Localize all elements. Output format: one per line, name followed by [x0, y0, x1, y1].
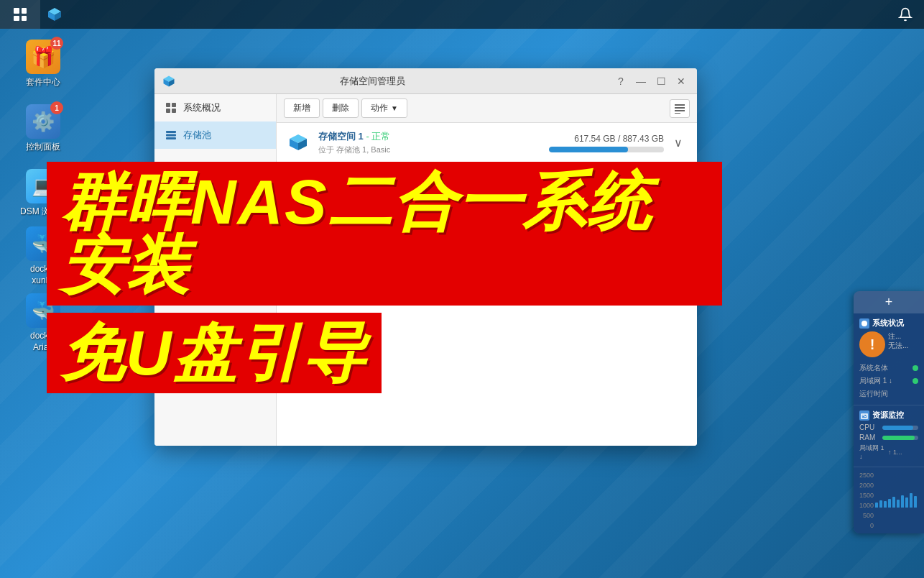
banner-line-1: 群晖NAS二合一系统安装 [47, 162, 722, 306]
volume-1-progress-bg [549, 147, 664, 152]
svg-rect-9 [172, 109, 176, 113]
grid-icon [14, 8, 27, 21]
action-button[interactable]: 动作 ▼ [361, 98, 407, 118]
resource-row-cpu: CPU [859, 423, 918, 431]
overview-icon [165, 101, 177, 114]
ram-bar-bg [882, 436, 918, 440]
storage-pool-icon [165, 129, 177, 142]
volume-1-progress-fill [549, 147, 628, 152]
cpu-bar-bg [882, 426, 918, 430]
volume-1-expand-button[interactable]: ∨ [670, 134, 687, 152]
widget-add-button[interactable]: + [854, 291, 924, 313]
widget-panel: + 系统状况 ! 注... 无法... 系统名体 局域网 1 ↓ [854, 291, 924, 533]
ram-label: RAM [859, 434, 879, 441]
svg-rect-14 [675, 107, 685, 109]
window-titlebar: 存储空间管理员 ? — ☐ ✕ [154, 68, 697, 94]
package-center-label: 套件中心 [26, 77, 60, 88]
svg-rect-7 [172, 103, 176, 107]
banner-text-1: 群晖NAS二合一系统安装 [61, 170, 708, 297]
alert-icon: ! [859, 331, 885, 357]
chart-container: 2500 2000 1500 1000 500 0 [859, 472, 918, 529]
status-dot-lan [913, 378, 918, 384]
sidebar-item-storage-pool[interactable]: 存储池 [154, 121, 276, 149]
new-button[interactable]: 新增 [284, 98, 320, 118]
status-row-system: 系统名体 [859, 362, 918, 375]
window-toolbar: 新增 删除 动作 ▼ [277, 94, 697, 123]
desktop-icon-control-panel[interactable]: ⚙️ 1 控制面板 [14, 104, 72, 153]
svg-rect-10 [166, 131, 176, 133]
package-center-badge: 11 [50, 37, 63, 50]
status-row-uptime: 运行时间 [859, 387, 918, 400]
system-status-title: 系统状况 [859, 318, 918, 329]
chart-area-container [875, 472, 918, 529]
svg-rect-15 [675, 110, 685, 111]
svg-rect-8 [166, 109, 170, 113]
desktop-icon-package-center[interactable]: 🎁 11 套件中心 [14, 40, 72, 88]
widget-chart: 2500 2000 1500 1000 500 0 [854, 467, 924, 533]
storage-icon [46, 6, 63, 23]
overview-label: 系统概况 [183, 101, 221, 114]
window-close-button[interactable]: ✕ [673, 73, 690, 90]
taskbar-apps-button[interactable] [0, 0, 40, 29]
svg-rect-16 [675, 113, 680, 114]
volume-item-1[interactable]: 存储空间 1 - 正常 位于 存储池 1, Basic 617.54 GB / … [277, 123, 697, 163]
overlay-banner: 群晖NAS二合一系统安装 免U盘引导 [47, 162, 722, 393]
toolbar-list-view-button[interactable] [670, 99, 690, 118]
resource-monitor-title: 资源监控 [859, 410, 918, 421]
svg-point-23 [861, 321, 867, 326]
list-view-icon [675, 104, 685, 114]
net-label: 局域网 1 ↓ [859, 444, 885, 460]
resource-monitor-icon [859, 410, 869, 421]
banner-line-2: 免U盘引导 [47, 313, 382, 393]
svg-rect-11 [166, 134, 176, 137]
widget-system-status: 系统状况 ! 注... 无法... 系统名体 局域网 1 ↓ 运行时间 [854, 313, 924, 405]
taskbar-left [0, 0, 69, 29]
delete-button[interactable]: 删除 [323, 98, 359, 118]
chart-bar-6 [897, 500, 900, 508]
window-help-button[interactable]: ? [612, 73, 629, 90]
window-controls: ? — ☐ ✕ [612, 73, 690, 90]
volume-1-name: 存储空间 1 - 正常 [318, 130, 535, 143]
window-minimize-button[interactable]: — [632, 73, 650, 90]
notification-icon[interactable] [892, 0, 918, 29]
status-dot-uptime [913, 391, 918, 397]
volume-1-icon [287, 132, 310, 155]
svg-rect-13 [675, 104, 685, 106]
volume-1-status: 正常 [371, 131, 390, 142]
chart-bar-5 [892, 497, 895, 508]
status-row-lan: 局域网 1 ↓ [859, 375, 918, 387]
volume-1-info: 存储空间 1 - 正常 位于 存储池 1, Basic [318, 130, 535, 155]
package-center-icon: 🎁 11 [26, 40, 60, 74]
alert-text: 注... 无法... [888, 331, 908, 350]
storage-pool-label: 存储池 [183, 129, 211, 142]
chart-bar-8 [905, 497, 908, 508]
svg-rect-6 [166, 103, 170, 107]
taskbar-storage-icon[interactable] [40, 0, 69, 29]
chart-y-axis: 2500 2000 1500 1000 500 0 [859, 472, 874, 529]
sidebar-item-overview[interactable]: 系统概况 [154, 94, 276, 121]
bell-icon [898, 7, 913, 22]
chart-bar-10 [914, 496, 917, 508]
ram-bar-fill [882, 436, 915, 440]
resource-row-net: 局域网 1 ↓ ↑ 1... [859, 444, 918, 460]
resource-row-ram: RAM [859, 434, 918, 441]
volume-1-size: 617.54 GB / 887.43 GB [574, 134, 664, 144]
taskbar [0, 0, 924, 29]
widget-resource-monitor: 资源监控 CPU RAM 局域网 1 ↓ ↑ 1... [854, 405, 924, 467]
taskbar-right [892, 0, 924, 29]
window-title: 存储空间管理员 [176, 75, 569, 88]
cpu-label: CPU [859, 423, 879, 431]
window-maximize-button[interactable]: ☐ [652, 73, 670, 90]
banner-text-2: 免U盘引导 [61, 321, 367, 385]
window-title-icon [162, 74, 176, 88]
volume-1-location: 位于 存储池 1, Basic [318, 144, 535, 155]
chart-bar-1 [875, 503, 878, 508]
chart-bar-3 [884, 501, 887, 508]
status-alert: ! 注... 无法... [859, 331, 918, 357]
svg-rect-12 [166, 137, 176, 139]
control-panel-label: 控制面板 [26, 142, 60, 153]
chart-bar-9 [910, 493, 913, 508]
chart-bar-4 [888, 499, 891, 508]
status-dot-system [913, 365, 918, 371]
banner-line-2-wrapper: 免U盘引导 [47, 313, 722, 393]
